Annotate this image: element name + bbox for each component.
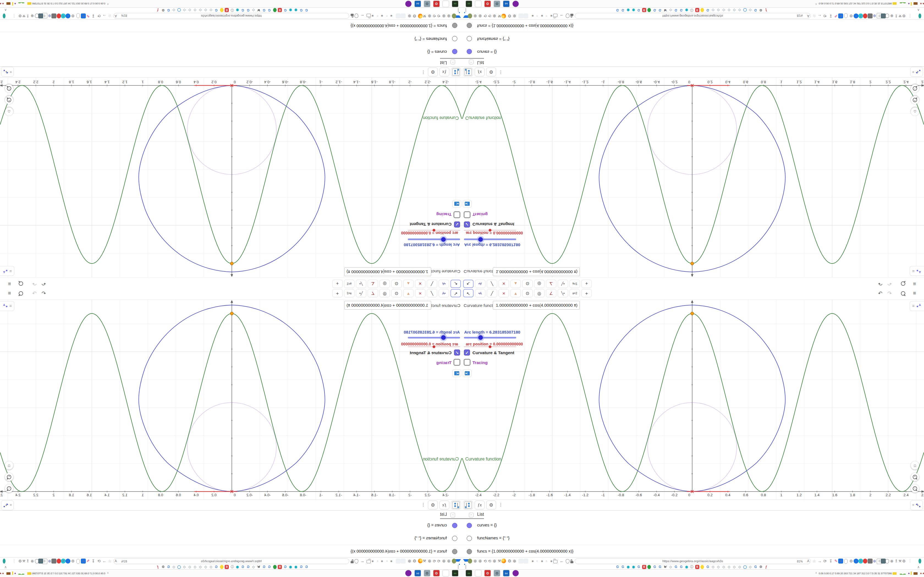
fav-r1-icon[interactable]: Я [278, 8, 282, 12]
fav-teal3-icon[interactable]: ◉ [236, 565, 239, 569]
home-button[interactable]: ⌂ [5, 461, 13, 469]
translate-icon[interactable]: A [113, 13, 118, 18]
bookmark-star-icon[interactable]: ☆ [812, 559, 817, 564]
overflow-chevron-icon[interactable]: ∧ [917, 565, 920, 569]
fav-poly4-icon[interactable]: ◇ [722, 8, 726, 12]
fav-poly7-icon[interactable]: ◇ [738, 8, 741, 12]
visibility-marble[interactable] [467, 523, 472, 528]
radio-2-icon[interactable]: ○ [535, 559, 540, 564]
angle-tool-icon[interactable]: ∠ [368, 280, 378, 288]
spark-red-icon[interactable]: ▲▲ [0, 2, 5, 6]
line-tool-icon[interactable]: ╱ [427, 289, 437, 297]
graph-panel-toggle-button[interactable]: ≡ ∿ [910, 67, 923, 77]
radio-5-icon[interactable]: ◉ [370, 559, 375, 564]
updown-badge-icon[interactable]: ⇅ [61, 559, 66, 564]
fav-g7-icon[interactable]: G [679, 8, 683, 12]
radio-2-icon[interactable]: ○ [384, 559, 389, 564]
fav-poly3-icon[interactable]: ◇ [204, 8, 208, 12]
move-graphics-tool-icon[interactable]: ＋ [332, 280, 342, 288]
fav-ring-icon[interactable]: ◯ [177, 8, 181, 12]
slider-tool-icon[interactable]: a=2 [344, 280, 354, 288]
radio-2-icon[interactable]: ○ [384, 13, 389, 18]
fav-g9-icon[interactable]: G [166, 565, 171, 569]
spark-red-icon[interactable]: ▲▲ [0, 571, 5, 575]
fav-poly6-icon[interactable]: ◇ [732, 565, 737, 569]
fav-poly3-icon[interactable]: ◇ [716, 8, 720, 12]
folder-icon[interactable] [553, 14, 557, 17]
play-button[interactable]: ▶▏ [463, 200, 472, 208]
fav-poly8-icon[interactable]: ◇ [748, 565, 753, 569]
redo-icon[interactable]: ↷ [887, 290, 892, 297]
folder-icon[interactable] [367, 14, 371, 17]
spark-bar-icon[interactable]: ▌ [911, 571, 913, 575]
red-badge-icon[interactable] [863, 559, 867, 564]
fav-g3-icon[interactable]: G [283, 8, 288, 12]
gear-2-icon[interactable]: ⚙ [849, 559, 854, 564]
globe-5-icon[interactable]: ⊕ [30, 559, 35, 564]
sphere-icon[interactable]: ⊛ [47, 13, 52, 18]
globe-2-icon[interactable]: ⊕ [478, 559, 483, 564]
fx-button[interactable]: ƒx [475, 68, 485, 76]
graph-canvas[interactable]: -2.4-2.2-2-1.8-1.6-1.4-1.2-1-0.8-0.6-0.4… [462, 300, 924, 500]
list-row-curves[interactable]: curves = {} [0, 45, 462, 58]
arc-length-slider-handle[interactable] [478, 237, 483, 242]
pale-2-icon[interactable] [396, 13, 401, 18]
spark-purple-icon[interactable]: ▲ [14, 2, 16, 6]
angle-tool-icon[interactable]: ∠ [368, 289, 378, 297]
list-row-funcs[interactable]: funcs = {1.000000000000 + cos(4.00000000… [462, 545, 924, 558]
fx-button[interactable]: ƒx [475, 501, 485, 509]
reflect-tool-icon[interactable]: ╲• [558, 289, 568, 297]
shield-icon[interactable] [566, 13, 570, 18]
list-row-funcNames[interactable]: funcNames = {" "} [0, 532, 462, 545]
undo-icon[interactable]: ↶ [878, 280, 882, 287]
gear-2-icon[interactable]: ⚙ [70, 13, 75, 18]
ud-badge-icon[interactable]: UD [38, 559, 43, 564]
fav-r2-icon[interactable]: Я [695, 565, 699, 569]
play-button[interactable]: ▶▏ [452, 369, 461, 377]
fav-g7-icon[interactable]: G [241, 8, 245, 12]
collapse-button[interactable]: − [469, 513, 473, 517]
gear-1-icon[interactable]: ⚙ [507, 559, 512, 564]
red-badge-icon[interactable] [57, 559, 61, 564]
gear-2-icon[interactable]: ⚙ [849, 13, 854, 18]
download-icon[interactable]: ↧ [91, 559, 96, 564]
globe-2-icon[interactable]: ⊕ [478, 13, 483, 18]
arc-position-slider-handle[interactable] [433, 345, 435, 348]
radio-3-icon[interactable]: ◉ [380, 13, 384, 18]
spark-brown-icon[interactable]: ▆▆ [914, 2, 917, 6]
fav-f-icon[interactable]: f [764, 565, 768, 569]
graph-panel-toggle-button[interactable]: ≡ ∿ [1, 500, 14, 510]
perpendicular-line-tool-icon[interactable]: × [415, 289, 425, 297]
pause-bars-icon[interactable]: ║ [464, 565, 468, 569]
fav-g1-icon[interactable]: G [304, 565, 309, 569]
spark-bar-icon[interactable]: ▌ [911, 2, 913, 6]
curvature-tangent-checkbox[interactable]: ✓ [464, 221, 470, 227]
function-dropdown[interactable]: 1.000000000000 + cos(4.000000000000 x) ▼ [493, 301, 580, 309]
fav-octopus-icon[interactable] [647, 565, 651, 569]
graph-canvas[interactable]: -2.4-2.2-2-1.8-1.6-1.4-1.2-1-0.8-0.6-0.4… [0, 300, 462, 500]
settings-button[interactable]: ⚙ [486, 68, 496, 76]
highlighter-icon[interactable]: ✎ [834, 559, 838, 564]
tracing-checkbox[interactable] [464, 211, 470, 218]
fav-poly4-icon[interactable]: ◇ [722, 565, 726, 569]
line-tool-icon[interactable]: ╱ [487, 280, 497, 288]
play-button[interactable]: ▶▏ [452, 200, 461, 208]
arc-position-slider[interactable] [464, 230, 516, 230]
zoom-out-button[interactable]: − [911, 84, 919, 93]
fav-yellow-icon[interactable] [700, 8, 704, 12]
spark-brown-icon[interactable]: ▆▆ [7, 2, 10, 6]
sync-globe-1-icon[interactable]: ⟲ [436, 559, 441, 564]
collapse-button[interactable]: − [451, 513, 455, 517]
move-graphics-tool-icon[interactable]: ＋ [332, 289, 342, 297]
fav-r2-icon[interactable]: Я [225, 565, 229, 569]
zoom-out-button[interactable]: − [5, 484, 13, 493]
fav-info-icon[interactable]: ⓘ [230, 8, 234, 12]
globe-3-icon[interactable]: ⊕ [427, 13, 432, 18]
visibility-marble[interactable] [452, 549, 457, 554]
mouse-pill-icon[interactable] [76, 559, 80, 564]
bookmark-star-icon[interactable]: ☆ [812, 13, 817, 18]
fav-ring-icon[interactable]: ◯ [743, 8, 747, 12]
zoom-out-button[interactable]: − [911, 484, 919, 493]
plus-badge-icon[interactable]: + [65, 13, 70, 18]
fav-g2-icon[interactable]: G [299, 565, 303, 569]
